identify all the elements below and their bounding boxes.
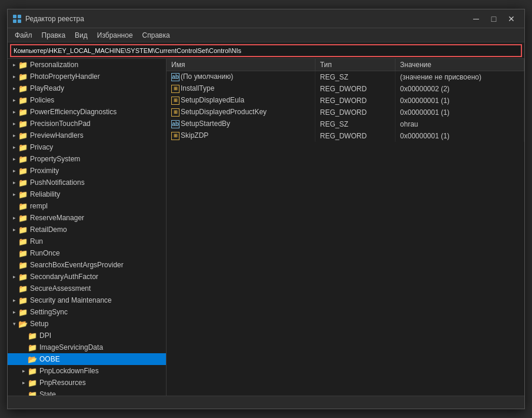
address-input[interactable]	[10, 44, 522, 57]
table-row[interactable]: ⊞SetupDisplayedEulaREG_DWORD0x00000001 (…	[167, 95, 524, 107]
tree-item[interactable]: ▸📁Reliability	[8, 188, 166, 200]
tree-item[interactable]: ▸📁Privacy	[8, 141, 166, 153]
expand-icon[interactable]: ▸	[10, 167, 18, 175]
menu-help[interactable]: Справка	[138, 30, 175, 41]
minimize-button[interactable]: ─	[468, 13, 484, 25]
col-name: Имя	[167, 59, 315, 71]
expand-icon[interactable]: ▸	[10, 155, 18, 163]
tree-item[interactable]: 📁RunOnce	[8, 247, 166, 259]
tree-item[interactable]: ▸📁PropertySystem	[8, 153, 166, 165]
expand-icon[interactable]: ▸	[10, 178, 18, 187]
tree-item-label: DPI	[39, 331, 51, 340]
tree-item[interactable]: 📂OOBE	[8, 353, 166, 365]
expand-icon[interactable]	[19, 343, 28, 351]
tree-item[interactable]: 📁SecureAssessment	[8, 283, 166, 294]
svg-rect-3	[18, 19, 21, 23]
tree-item[interactable]: ▾📂Setup	[8, 318, 166, 330]
tree-item-label: PhotoPropertyHandler	[30, 72, 100, 81]
tree-item[interactable]: ▸📁RetailDemo	[8, 224, 166, 235]
expand-icon[interactable]	[10, 202, 18, 210]
tree-item[interactable]: 📁ImageServicingData	[8, 341, 166, 353]
expand-icon[interactable]	[19, 331, 28, 340]
cell-value: 0x00000001 (1)	[395, 95, 524, 107]
expand-icon[interactable]: ▾	[10, 320, 18, 328]
folder-icon: 📁	[28, 378, 37, 387]
registry-tree[interactable]: ▸📁Personalization▸📁PhotoPropertyHandler▸…	[8, 59, 167, 396]
tree-item[interactable]: ▸📁PrecisionTouchPad	[8, 118, 166, 130]
expand-icon[interactable]: ▸	[10, 190, 18, 198]
cell-name: ab(По умолчанию)	[167, 71, 315, 83]
table-row[interactable]: ab(По умолчанию)REG_SZ(значение не присв…	[167, 71, 524, 83]
tree-item-label: SettingSync	[30, 308, 68, 316]
table-row[interactable]: abSetupStartedByREG_SZohrau	[167, 118, 524, 130]
tree-item[interactable]: ▸📁PreviewHandlers	[8, 130, 166, 141]
menu-edit[interactable]: Правка	[37, 30, 71, 41]
tree-item-label: PnpLockdownFiles	[39, 367, 99, 375]
expand-icon[interactable]	[10, 249, 18, 257]
tree-item[interactable]: ▸📁PnpLockdownFiles	[8, 365, 166, 377]
tree-item[interactable]: ▸📁PnpResources	[8, 377, 166, 389]
tree-item[interactable]: ▸📁PhotoPropertyHandler	[8, 71, 166, 82]
tree-item[interactable]: 📁DPI	[8, 330, 166, 341]
tree-item[interactable]: ▸📁ReserveManager	[8, 212, 166, 224]
expand-icon[interactable]: ▸	[10, 84, 18, 92]
registry-values-pane: Имя Тип Значение ab(По умолчанию)REG_SZ(…	[167, 59, 524, 396]
expand-icon[interactable]	[10, 284, 18, 293]
expand-icon[interactable]	[19, 390, 28, 396]
menu-view[interactable]: Вид	[70, 30, 92, 41]
menu-favorites[interactable]: Избранное	[92, 30, 138, 41]
expand-icon[interactable]: ▸	[10, 131, 18, 140]
table-row[interactable]: ⊞SkipZDPREG_DWORD0x00000001 (1)	[167, 130, 524, 142]
table-row[interactable]: ⊞InstallTypeREG_DWORD0x00000002 (2)	[167, 83, 524, 95]
tree-item-label: Personalization	[30, 61, 78, 69]
expand-icon[interactable]	[19, 355, 28, 363]
expand-icon[interactable]: ▸	[10, 96, 18, 104]
tree-item[interactable]: 📁Run	[8, 235, 166, 247]
expand-icon[interactable]: ▸	[19, 367, 28, 375]
folder-icon: 📁	[28, 390, 37, 396]
status-bar	[8, 396, 524, 409]
tree-item-label: ReserveManager	[30, 214, 84, 222]
expand-icon[interactable]: ▸	[10, 225, 18, 234]
cell-type: REG_SZ	[315, 71, 395, 83]
expand-icon[interactable]: ▸	[10, 108, 18, 116]
tree-item[interactable]: 📁SearchBoxEventArgsProvider	[8, 259, 166, 271]
window-title: Редактор реестра	[25, 15, 468, 23]
tree-item[interactable]: 📁State	[8, 389, 166, 396]
close-button[interactable]: ✕	[503, 13, 520, 25]
table-row[interactable]: ⊞SetupDisplayedProductKeyREG_DWORD0x0000…	[167, 107, 524, 118]
tree-item[interactable]: ▸📁PlayReady	[8, 82, 166, 94]
tree-item[interactable]: ▸📁Proximity	[8, 165, 166, 177]
main-area: ▸📁Personalization▸📁PhotoPropertyHandler▸…	[8, 59, 524, 396]
folder-icon: 📁	[18, 284, 28, 293]
tree-item[interactable]: ▸📁SettingSync	[8, 306, 166, 318]
tree-item[interactable]: ▸📁Personalization	[8, 59, 166, 71]
expand-icon[interactable]: ▸	[10, 72, 18, 81]
expand-icon[interactable]: ▸	[10, 143, 18, 151]
tree-item[interactable]: ▸📁PowerEfficiencyDiagnostics	[8, 106, 166, 118]
tree-item[interactable]: 📁rempl	[8, 200, 166, 212]
tree-item-label: Proximity	[30, 167, 59, 175]
expand-icon[interactable]: ▸	[10, 296, 18, 304]
expand-icon[interactable]: ▸	[19, 379, 28, 387]
folder-icon: 📁	[18, 225, 28, 234]
maximize-button[interactable]: □	[486, 13, 502, 25]
expand-icon[interactable]: ▸	[10, 308, 18, 316]
folder-icon: 📁	[18, 95, 28, 105]
expand-icon[interactable]: ▸	[10, 120, 18, 128]
cell-name: ⊞SetupDisplayedEula	[167, 95, 315, 107]
tree-item[interactable]: ▸📁Security and Maintenance	[8, 294, 166, 306]
tree-item-label: PrecisionTouchPad	[30, 120, 91, 128]
tree-item[interactable]: ▸📁Policies	[8, 94, 166, 106]
expand-icon[interactable]: ▸	[10, 61, 18, 69]
expand-icon[interactable]: ▸	[10, 273, 18, 281]
expand-icon[interactable]	[10, 237, 18, 246]
folder-icon: 📁	[28, 343, 37, 352]
expand-icon[interactable]: ▸	[10, 214, 18, 222]
menu-file[interactable]: Файл	[10, 30, 37, 41]
tree-item[interactable]: ▸📁PushNotifications	[8, 177, 166, 188]
expand-icon[interactable]	[10, 261, 18, 269]
tree-item[interactable]: ▸📁SecondaryAuthFactor	[8, 271, 166, 283]
cell-name: ⊞SetupDisplayedProductKey	[167, 107, 315, 118]
cell-value: 0x00000002 (2)	[395, 83, 524, 95]
